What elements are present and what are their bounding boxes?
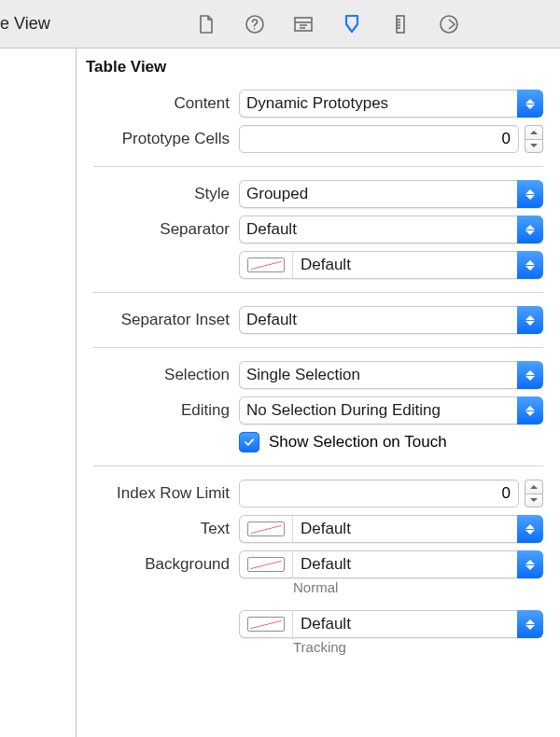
stepper-down-icon[interactable] — [525, 494, 543, 508]
style-label: Style — [93, 185, 239, 203]
help-inspector-icon[interactable] — [244, 13, 266, 35]
editing-popup-value: No Selection During Editing — [239, 396, 517, 424]
selection-popup[interactable]: Single Selection — [239, 361, 543, 389]
no-color-swatch-icon — [247, 521, 285, 536]
text-label: Text — [93, 520, 239, 538]
editing-popup[interactable]: No Selection During Editing — [239, 396, 543, 424]
file-inspector-icon[interactable] — [195, 13, 217, 35]
tracking-caption: Tracking — [239, 639, 346, 655]
chevron-up-down-icon — [517, 396, 543, 424]
selection-popup-value: Single Selection — [239, 361, 517, 389]
tracking-color-value: Default — [293, 610, 517, 638]
separator-label: Separator — [93, 220, 239, 239]
index-row-limit-field[interactable]: 0 — [239, 480, 519, 508]
style-popup-value: Grouped — [239, 180, 517, 208]
tracking-color-popup[interactable]: Default — [239, 610, 543, 638]
stepper-up-icon[interactable] — [525, 480, 543, 494]
editing-label: Editing — [93, 401, 239, 420]
attributes-inspector-panel: Table View Content Dynamic Prototypes Pr… — [77, 49, 560, 737]
inspector-tab-icons — [77, 13, 560, 35]
background-color-swatch-slot[interactable] — [239, 550, 293, 578]
content-popup[interactable]: Dynamic Prototypes — [239, 90, 543, 118]
normal-caption: Normal — [239, 579, 338, 595]
section-title: Table View — [77, 54, 560, 86]
background-label: Background — [93, 555, 239, 574]
no-color-swatch-icon — [247, 557, 285, 572]
size-inspector-icon[interactable] — [389, 13, 412, 35]
chevron-up-down-icon — [517, 90, 543, 118]
prototype-cells-field[interactable]: 0 — [239, 125, 519, 153]
navigator-gutter — [0, 49, 77, 737]
separator-inset-label: Separator Inset — [93, 311, 239, 329]
breadcrumb-fragment: e View — [0, 14, 77, 34]
prototype-cells-value: 0 — [502, 130, 511, 148]
chevron-up-down-icon — [517, 306, 543, 334]
chevron-up-down-icon — [517, 361, 543, 389]
connections-inspector-icon[interactable] — [438, 13, 460, 35]
stepper-up-icon[interactable] — [525, 125, 543, 139]
divider — [93, 347, 543, 348]
chevron-up-down-icon — [517, 251, 543, 279]
attributes-inspector-icon[interactable] — [341, 13, 363, 35]
text-color-swatch-slot[interactable] — [239, 515, 293, 543]
content-label: Content — [93, 94, 239, 113]
divider — [93, 292, 543, 293]
breadcrumb-text: e View — [0, 14, 50, 33]
chevron-up-down-icon — [517, 550, 543, 578]
divider — [93, 166, 543, 167]
separator-inset-popup[interactable]: Default — [239, 306, 543, 334]
index-row-limit-value: 0 — [502, 484, 511, 503]
svg-point-1 — [254, 28, 256, 30]
show-selection-on-touch-checkbox[interactable] — [239, 432, 259, 452]
divider — [93, 466, 543, 466]
separator-color-swatch-slot[interactable] — [239, 251, 293, 279]
separator-popup[interactable]: Default — [239, 216, 543, 243]
separator-color-value: Default — [293, 251, 517, 279]
prototype-cells-label: Prototype Cells — [93, 130, 239, 148]
prototype-cells-stepper[interactable] — [525, 125, 543, 153]
svg-rect-2 — [295, 18, 312, 31]
text-color-popup[interactable]: Default — [239, 515, 543, 543]
content-popup-value: Dynamic Prototypes — [239, 90, 517, 118]
text-color-value: Default — [293, 515, 517, 543]
separator-popup-value: Default — [239, 216, 517, 243]
background-color-popup[interactable]: Default — [239, 550, 543, 578]
stepper-down-icon[interactable] — [525, 139, 543, 154]
selection-label: Selection — [93, 366, 239, 384]
show-selection-on-touch-label: Show Selection on Touch — [269, 433, 447, 452]
chevron-up-down-icon — [517, 515, 543, 543]
background-color-value: Default — [293, 550, 517, 578]
chevron-up-down-icon — [517, 610, 543, 638]
no-color-swatch-icon — [247, 257, 285, 272]
tracking-color-swatch-slot[interactable] — [239, 610, 293, 638]
separator-inset-popup-value: Default — [239, 306, 517, 334]
style-popup[interactable]: Grouped — [239, 180, 543, 208]
chevron-up-down-icon — [517, 216, 543, 243]
inspector-toolbar: e View — [0, 0, 560, 49]
check-icon — [243, 436, 256, 449]
chevron-up-down-icon — [517, 180, 543, 208]
index-row-limit-label: Index Row Limit — [93, 484, 239, 503]
identity-inspector-icon[interactable] — [292, 13, 315, 35]
separator-color-popup[interactable]: Default — [239, 251, 543, 279]
index-row-limit-stepper[interactable] — [525, 480, 543, 508]
svg-rect-6 — [397, 16, 404, 33]
no-color-swatch-icon — [247, 617, 285, 632]
